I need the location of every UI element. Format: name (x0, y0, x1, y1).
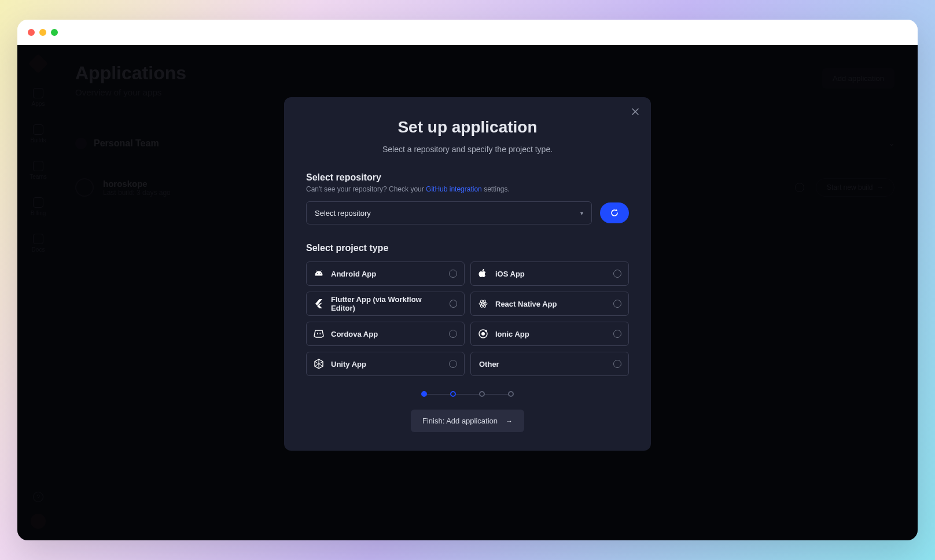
radio-icon (449, 360, 457, 368)
select-repository-section: Select repository Can't see your reposit… (306, 172, 629, 224)
radio-icon (450, 300, 457, 308)
github-integration-link[interactable]: GitHub integration (426, 185, 482, 193)
step-2[interactable] (450, 391, 456, 397)
flutter-icon (314, 299, 324, 309)
option-label: Flutter App (via Workflow Editor) (331, 295, 443, 312)
apple-icon (478, 268, 488, 279)
option-label: React Native App (495, 300, 557, 308)
window-titlebar (17, 20, 918, 45)
step-line (456, 394, 479, 395)
option-flutter[interactable]: Flutter App (via Workflow Editor) (306, 292, 465, 316)
cordova-icon (314, 329, 324, 339)
option-label: Cordova App (331, 330, 378, 338)
window-minimize-icon[interactable] (39, 29, 46, 36)
step-line (427, 394, 450, 395)
svg-point-1 (320, 273, 321, 274)
radio-icon (613, 300, 621, 308)
option-unity[interactable]: Unity App (306, 352, 465, 376)
ionic-icon (478, 329, 488, 339)
option-label: Unity App (331, 360, 366, 369)
step-line (485, 394, 508, 395)
step-1[interactable] (421, 391, 427, 397)
option-label: Other (479, 360, 499, 369)
svg-point-2 (483, 303, 484, 305)
setup-application-modal: Set up application Select a repository a… (284, 97, 651, 451)
finish-label: Finish: Add application (422, 417, 498, 425)
radio-icon (613, 330, 621, 338)
stepper (306, 391, 629, 397)
chevron-down-icon: ▾ (580, 210, 583, 216)
option-react-native[interactable]: React Native App (470, 292, 629, 316)
radio-icon (449, 270, 457, 278)
svg-point-0 (317, 273, 318, 274)
step-3[interactable] (479, 391, 485, 397)
option-label: Ionic App (495, 330, 529, 338)
refresh-button[interactable] (600, 202, 629, 223)
svg-rect-7 (320, 333, 321, 334)
section-heading: Select project type (306, 243, 629, 253)
svg-point-9 (481, 332, 485, 336)
section-heading: Select repository (306, 172, 629, 183)
unity-icon (314, 359, 324, 369)
option-label: iOS App (495, 270, 525, 278)
step-4[interactable] (508, 391, 514, 397)
svg-rect-6 (317, 333, 318, 334)
app-viewport: Apps Builds Teams Billing Docs ? Applica… (17, 45, 918, 540)
close-icon (631, 108, 639, 116)
select-project-type-section: Select project type Android App iOS App (306, 243, 629, 376)
arrow-right-icon: → (506, 417, 513, 425)
react-icon (478, 299, 488, 309)
option-label: Android App (331, 270, 376, 278)
radio-icon (613, 270, 621, 278)
window-close-icon[interactable] (28, 29, 35, 36)
refresh-icon (610, 208, 619, 218)
modal-overlay: Set up application Select a repository a… (17, 45, 918, 540)
finish-button[interactable]: Finish: Add application → (411, 410, 524, 432)
select-placeholder: Select repository (315, 209, 371, 218)
option-cordova[interactable]: Cordova App (306, 322, 465, 346)
repo-hint: Can't see your repository? Check your Gi… (306, 185, 629, 193)
option-other[interactable]: Other (470, 352, 629, 376)
radio-icon (449, 330, 457, 338)
repository-select[interactable]: Select repository ▾ (306, 201, 592, 224)
close-button[interactable] (629, 105, 642, 118)
modal-subtitle: Select a repository and specify the proj… (306, 145, 629, 154)
android-icon (314, 268, 324, 279)
browser-window: Apps Builds Teams Billing Docs ? Applica… (17, 20, 918, 540)
option-android[interactable]: Android App (306, 261, 465, 286)
svg-point-10 (485, 330, 487, 332)
option-ios[interactable]: iOS App (470, 261, 629, 286)
option-ionic[interactable]: Ionic App (470, 322, 629, 346)
window-zoom-icon[interactable] (51, 29, 58, 36)
modal-title: Set up application (306, 118, 629, 137)
radio-icon (613, 360, 621, 368)
